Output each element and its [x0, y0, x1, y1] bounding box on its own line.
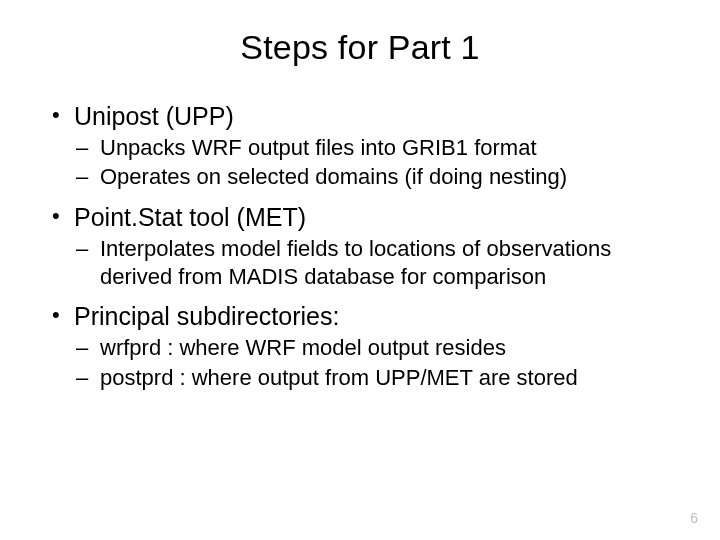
- list-item: Principal subdirectories: wrfprd : where…: [48, 301, 672, 392]
- bullet-list-level2: Unpacks WRF output files into GRIB1 form…: [74, 134, 672, 191]
- list-item-label: Principal subdirectories:: [74, 302, 339, 330]
- list-item: Unipost (UPP) Unpacks WRF output files i…: [48, 101, 672, 192]
- list-item-label: Point.Stat tool (MET): [74, 203, 306, 231]
- list-item-label: wrfprd : where WRF model output resides: [100, 335, 506, 360]
- bullet-list-level2: wrfprd : where WRF model output resides …: [74, 334, 672, 391]
- slide-title: Steps for Part 1: [48, 28, 672, 67]
- slide: Steps for Part 1 Unipost (UPP) Unpacks W…: [0, 0, 720, 540]
- list-item: Unpacks WRF output files into GRIB1 form…: [74, 134, 672, 162]
- list-item: Point.Stat tool (MET) Interpolates model…: [48, 202, 672, 292]
- list-item-label: Interpolates model fields to locations o…: [100, 236, 611, 289]
- bullet-list-level2: Interpolates model fields to locations o…: [74, 235, 672, 291]
- list-item: wrfprd : where WRF model output resides: [74, 334, 672, 362]
- list-item: Operates on selected domains (if doing n…: [74, 163, 672, 191]
- list-item-label: Unpacks WRF output files into GRIB1 form…: [100, 135, 537, 160]
- list-item-label: postprd : where output from UPP/MET are …: [100, 365, 578, 390]
- list-item: postprd : where output from UPP/MET are …: [74, 364, 672, 392]
- list-item-label: Unipost (UPP): [74, 102, 234, 130]
- bullet-list-level1: Unipost (UPP) Unpacks WRF output files i…: [48, 101, 672, 392]
- list-item-label: Operates on selected domains (if doing n…: [100, 164, 567, 189]
- page-number: 6: [690, 510, 698, 526]
- list-item: Interpolates model fields to locations o…: [74, 235, 672, 291]
